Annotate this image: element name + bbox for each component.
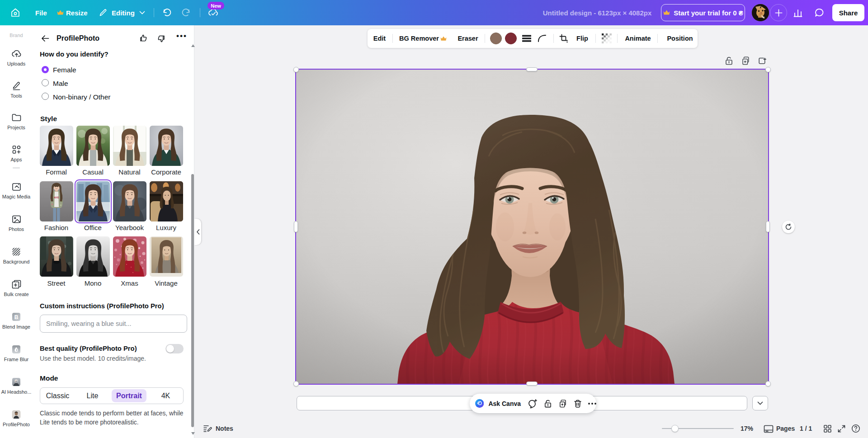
svg-text:B: B <box>14 314 19 320</box>
svg-text:AI: AI <box>15 380 18 383</box>
svg-text:NYE: NYE <box>54 196 59 199</box>
